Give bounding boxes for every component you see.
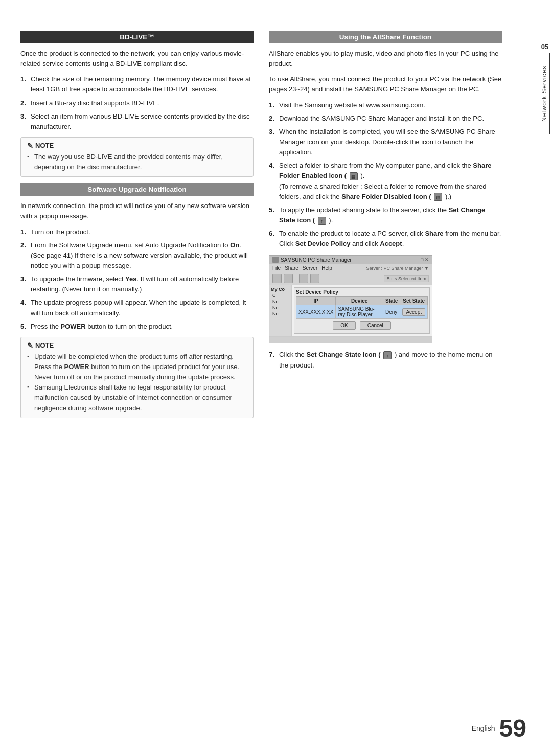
bd-live-step-2: 2. Insert a Blu-ray disc that supports B… <box>20 98 254 108</box>
figure-tree-c[interactable]: C <box>269 292 291 299</box>
toolbar-btn-1[interactable] <box>272 274 282 283</box>
note-title: ✎ NOTE <box>27 341 247 350</box>
step-num: 4. <box>269 161 274 171</box>
software-upgrade-note-list: Update will be completed when the produc… <box>27 352 247 414</box>
step-num: 3. <box>20 111 26 122</box>
allshare-step-5: 5. To apply the updated sharing state to… <box>269 205 502 225</box>
allshare-step-1: 1. Visit the Samsung website at www.sams… <box>269 100 502 110</box>
accept-button[interactable]: Accept <box>402 308 425 316</box>
edit-selected-label: Edits Selected Item <box>384 275 429 282</box>
step-num: 2. <box>20 240 26 250</box>
cell-state: Deny <box>383 305 400 319</box>
set-change-state-icon-2: ↑ <box>383 351 392 359</box>
pencil-icon: ✎ <box>27 142 33 150</box>
figure-btn-row: OK Cancel <box>296 319 428 332</box>
page-language: English <box>472 724 495 732</box>
table-row[interactable]: XXX.XXX.X.XX SAMSUNG Blu-ray Disc Player… <box>296 305 428 319</box>
figure-sidebar: My Co C No No No <box>269 285 292 336</box>
side-tab: 05 Network Services <box>538 41 552 134</box>
col-state: State <box>383 297 400 305</box>
set-device-policy-panel: Set Device Policy IP Device State Set St… <box>294 287 430 334</box>
bd-live-note-list: The way you use BD-LIVE and the provided… <box>27 152 247 172</box>
bd-live-note: ✎ NOTE The way you use BD-LIVE and the p… <box>20 137 254 177</box>
upgrade-step-5: 5. Press the POWER button to turn on the… <box>20 322 254 332</box>
ok-button[interactable]: OK <box>333 321 355 330</box>
bd-live-note-item-1: The way you use BD-LIVE and the provided… <box>27 152 247 172</box>
step-num: 3. <box>20 274 26 284</box>
allshare-step7-list: 7. Click the Set Change State icon ( ↑ )… <box>269 350 502 370</box>
software-upgrade-intro: In network connection, the product will … <box>20 201 254 221</box>
cell-set-state[interactable]: Accept <box>400 305 428 319</box>
cell-ip: XXX.XXX.X.XX <box>296 305 336 319</box>
allshare-step-3: 3. When the installation is completed, y… <box>269 127 502 157</box>
bd-live-step-1: 1. Check the size of the remaining memor… <box>20 74 254 95</box>
step-num: 1. <box>20 74 26 84</box>
toolbar-btn-4[interactable] <box>310 274 319 283</box>
figure-toolbar: Edits Selected Item <box>269 272 432 285</box>
menu-help[interactable]: Help <box>321 265 332 271</box>
software-upgrade-note-item-2: Samsung Electronics shall take no legal … <box>27 382 247 413</box>
page-number: 59 <box>499 716 526 741</box>
col-ip: IP <box>296 297 336 305</box>
share-folder-enabled-icon: ▦ <box>350 172 358 180</box>
software-upgrade-note: ✎ NOTE Update will be completed when the… <box>20 337 254 418</box>
device-table: IP Device State Set State XXX.XX <box>296 296 428 319</box>
table-header: IP Device State Set State <box>296 297 428 305</box>
panel-title: Set Device Policy <box>296 289 428 295</box>
note-label: NOTE <box>35 142 54 149</box>
page: 05 Network Services BD-LIVE™ Once the pr… <box>0 0 552 756</box>
server-label: Server : PC Share Manager ▼ <box>366 266 429 271</box>
col-set-state: Set State <box>400 297 428 305</box>
allshare-step-4: 4. Select a folder to share from the My … <box>269 161 502 202</box>
chapter-title: Network Services <box>540 53 550 134</box>
figure-tree-no3[interactable]: No <box>269 311 291 317</box>
figure-tree-no2[interactable]: No <box>269 305 291 311</box>
note-title: ✎ NOTE <box>27 142 247 150</box>
app-icon <box>272 257 279 263</box>
cancel-button[interactable]: Cancel <box>360 321 391 330</box>
figure-window-controls: — □ ✕ <box>415 257 429 262</box>
step-num: 5. <box>269 205 274 215</box>
pc-share-manager-figure: SAMSUNG PC Share Manager — □ ✕ File Shar… <box>269 255 432 343</box>
bd-live-steps: 1. Check the size of the remaining memor… <box>20 74 254 132</box>
menu-file[interactable]: File <box>272 265 281 271</box>
left-column: BD-LIVE™ Once the product is connected t… <box>20 31 254 424</box>
figure-menubar: File Share Server Help Server : PC Share… <box>269 264 432 272</box>
figure-titlebar: SAMSUNG PC Share Manager — □ ✕ <box>269 256 432 264</box>
menu-server[interactable]: Server <box>303 265 317 271</box>
allshare-header: Using the AllShare Function <box>269 31 502 43</box>
share-folder-disabled-icon: ▧ <box>434 193 442 201</box>
step-num: 1. <box>20 227 26 237</box>
step-num: 3. <box>269 127 274 137</box>
main-content: BD-LIVE™ Once the product is connected t… <box>20 31 532 424</box>
bd-live-step-3: 3. Select an item from various BD-LIVE s… <box>20 111 254 132</box>
right-column: Using the AllShare Function AllShare ena… <box>269 31 502 424</box>
figure-statusbar <box>269 337 432 343</box>
figure-content-area: My Co C No No No Set Device Policy <box>269 285 432 337</box>
table-body: XXX.XXX.X.XX SAMSUNG Blu-ray Disc Player… <box>296 305 428 319</box>
toolbar-btn-3[interactable] <box>299 274 308 283</box>
col-device: Device <box>336 297 383 305</box>
step-num: 7. <box>269 350 274 360</box>
allshare-step-6: 6. To enable the product to locate a PC … <box>269 228 502 249</box>
step-num: 4. <box>20 297 26 308</box>
bd-live-intro: Once the product is connected to the net… <box>20 49 254 69</box>
step-num: 1. <box>269 100 274 110</box>
allshare-steps: 1. Visit the Samsung website at www.sams… <box>269 100 502 249</box>
allshare-step-7: 7. Click the Set Change State icon ( ↑ )… <box>269 350 502 370</box>
note-label: NOTE <box>35 341 54 349</box>
menu-share[interactable]: Share <box>285 265 298 271</box>
step-num: 5. <box>20 322 26 332</box>
step-num: 6. <box>269 228 274 239</box>
two-column-layout: BD-LIVE™ Once the product is connected t… <box>20 31 502 424</box>
software-upgrade-header: Software Upgrade Notification <box>20 183 254 196</box>
bd-live-header: BD-LIVE™ <box>20 31 254 43</box>
figure-main-panel: Set Device Policy IP Device State Set St… <box>292 285 432 336</box>
upgrade-step-2: 2. From the Software Upgrade menu, set A… <box>20 240 254 271</box>
figure-tree-no1[interactable]: No <box>269 299 291 305</box>
software-upgrade-steps: 1. Turn on the product. 2. From the Soft… <box>20 227 254 332</box>
upgrade-step-1: 1. Turn on the product. <box>20 227 254 237</box>
toolbar-btn-2[interactable] <box>284 274 293 283</box>
figure-tree-my-computer: My Co <box>269 286 291 292</box>
set-change-state-icon: ↑ <box>318 217 326 225</box>
